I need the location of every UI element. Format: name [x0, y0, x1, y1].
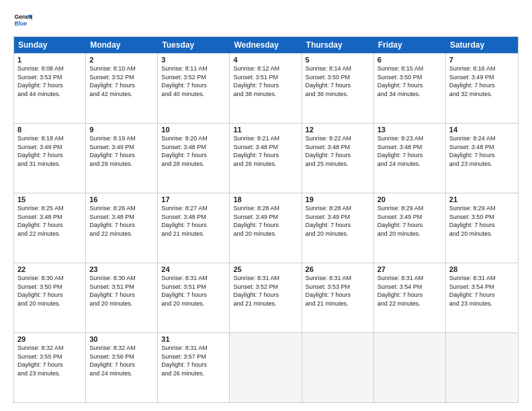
sunrise-line: Sunrise: 8:25 AM	[17, 204, 82, 213]
daylight-label: Daylight: 7 hours	[449, 291, 515, 300]
sunset-line: Sunset: 3:50 PM	[449, 213, 515, 222]
sunset-line: Sunset: 3:49 PM	[17, 143, 82, 152]
header-day-saturday: Saturday	[446, 37, 518, 53]
sunset-line: Sunset: 3:49 PM	[306, 213, 370, 222]
daylight-label: Daylight: 7 hours	[161, 361, 226, 369]
sunrise-line: Sunrise: 8:21 AM	[233, 134, 298, 143]
daylight-minutes: and 22 minutes.	[17, 230, 82, 238]
daylight-label: Daylight: 7 hours	[378, 151, 442, 160]
cal-cell	[230, 333, 302, 402]
cal-cell: 13 Sunrise: 8:23 AM Sunset: 3:48 PM Dayl…	[374, 124, 446, 193]
logo: General Blue	[13, 11, 35, 30]
cal-cell: 7 Sunrise: 8:16 AM Sunset: 3:49 PM Dayli…	[446, 54, 518, 123]
day-number: 30	[89, 335, 154, 343]
day-number: 17	[161, 195, 226, 203]
day-number: 7	[449, 56, 515, 64]
calendar: SundayMondayTuesdayWednesdayThursdayFrid…	[13, 36, 519, 403]
sunset-line: Sunset: 3:48 PM	[233, 143, 298, 152]
daylight-label: Daylight: 7 hours	[306, 291, 370, 300]
sunset-line: Sunset: 3:56 PM	[89, 353, 154, 361]
daylight-label: Daylight: 7 hours	[233, 221, 298, 230]
day-number: 31	[161, 335, 226, 343]
sunset-line: Sunset: 3:48 PM	[89, 213, 154, 222]
sunset-line: Sunset: 3:53 PM	[306, 283, 370, 291]
cal-cell: 28 Sunrise: 8:31 AM Sunset: 3:54 PM Dayl…	[446, 263, 518, 332]
daylight-label: Daylight: 7 hours	[306, 221, 370, 230]
sunset-line: Sunset: 3:49 PM	[449, 73, 515, 82]
cal-cell: 3 Sunrise: 8:11 AM Sunset: 3:52 PM Dayli…	[158, 54, 230, 123]
sunset-line: Sunset: 3:51 PM	[233, 73, 298, 82]
calendar-header: SundayMondayTuesdayWednesdayThursdayFrid…	[14, 37, 518, 53]
cal-cell	[374, 333, 446, 402]
cal-cell: 17 Sunrise: 8:27 AM Sunset: 3:48 PM Dayl…	[158, 193, 230, 263]
sunrise-line: Sunrise: 8:32 AM	[17, 344, 82, 353]
sunset-line: Sunset: 3:54 PM	[378, 283, 442, 291]
sunrise-line: Sunrise: 8:31 AM	[233, 274, 298, 283]
logo-icon: General Blue	[13, 11, 32, 30]
day-number: 14	[449, 126, 515, 134]
daylight-minutes: and 25 minutes.	[306, 160, 370, 169]
daylight-minutes: and 20 minutes.	[233, 230, 298, 238]
sunrise-line: Sunrise: 8:24 AM	[449, 134, 515, 143]
daylight-minutes: and 22 minutes.	[89, 230, 154, 238]
sunset-line: Sunset: 3:54 PM	[449, 283, 515, 291]
cal-cell: 19 Sunrise: 8:28 AM Sunset: 3:49 PM Dayl…	[302, 193, 374, 263]
daylight-minutes: and 20 minutes.	[449, 230, 515, 238]
header-day-wednesday: Wednesday	[230, 37, 302, 53]
day-number: 10	[161, 126, 226, 134]
header-day-thursday: Thursday	[302, 37, 374, 53]
day-number: 3	[161, 56, 226, 64]
daylight-minutes: and 20 minutes.	[161, 300, 226, 308]
daylight-minutes: and 42 minutes.	[89, 90, 154, 99]
day-number: 29	[17, 335, 82, 343]
sunrise-line: Sunrise: 8:26 AM	[89, 204, 154, 213]
daylight-label: Daylight: 7 hours	[17, 221, 82, 230]
day-number: 19	[306, 195, 370, 203]
daylight-label: Daylight: 7 hours	[306, 151, 370, 160]
cal-cell: 9 Sunrise: 8:19 AM Sunset: 3:49 PM Dayli…	[86, 124, 158, 193]
cal-cell: 18 Sunrise: 8:28 AM Sunset: 3:49 PM Dayl…	[230, 193, 302, 263]
cal-cell: 22 Sunrise: 8:30 AM Sunset: 3:50 PM Dayl…	[14, 263, 86, 332]
cal-cell: 16 Sunrise: 8:26 AM Sunset: 3:48 PM Dayl…	[86, 193, 158, 263]
cal-cell: 26 Sunrise: 8:31 AM Sunset: 3:53 PM Dayl…	[302, 263, 374, 332]
header-day-tuesday: Tuesday	[158, 37, 230, 53]
daylight-minutes: and 34 minutes.	[378, 90, 442, 99]
sunrise-line: Sunrise: 8:30 AM	[17, 274, 82, 283]
day-number: 2	[89, 56, 154, 64]
daylight-label: Daylight: 7 hours	[17, 291, 82, 300]
calendar-body: 1 Sunrise: 8:08 AM Sunset: 3:53 PM Dayli…	[14, 53, 518, 402]
day-number: 9	[89, 126, 154, 134]
sunset-line: Sunset: 3:48 PM	[449, 143, 515, 152]
daylight-label: Daylight: 7 hours	[378, 291, 442, 300]
cal-cell: 4 Sunrise: 8:12 AM Sunset: 3:51 PM Dayli…	[230, 54, 302, 123]
daylight-label: Daylight: 7 hours	[378, 221, 442, 230]
cal-cell: 31 Sunrise: 8:31 AM Sunset: 3:57 PM Dayl…	[158, 333, 230, 402]
cal-cell	[302, 333, 374, 402]
daylight-label: Daylight: 7 hours	[161, 81, 226, 90]
sunrise-line: Sunrise: 8:30 AM	[89, 274, 154, 283]
sunrise-line: Sunrise: 8:22 AM	[306, 134, 370, 143]
daylight-label: Daylight: 7 hours	[161, 151, 226, 160]
sunset-line: Sunset: 3:52 PM	[161, 73, 226, 82]
sunrise-line: Sunrise: 8:08 AM	[17, 64, 82, 73]
cal-cell: 12 Sunrise: 8:22 AM Sunset: 3:48 PM Dayl…	[302, 124, 374, 193]
daylight-minutes: and 20 minutes.	[378, 230, 442, 238]
cal-cell: 21 Sunrise: 8:29 AM Sunset: 3:50 PM Dayl…	[446, 193, 518, 263]
sunrise-line: Sunrise: 8:14 AM	[306, 64, 370, 73]
sunrise-line: Sunrise: 8:29 AM	[378, 204, 442, 213]
cal-cell: 27 Sunrise: 8:31 AM Sunset: 3:54 PM Dayl…	[374, 263, 446, 332]
daylight-minutes: and 20 minutes.	[306, 230, 370, 238]
day-number: 20	[378, 195, 442, 203]
day-number: 6	[378, 56, 442, 64]
sunset-line: Sunset: 3:49 PM	[89, 143, 154, 152]
day-number: 27	[378, 265, 442, 273]
page: General Blue SundayMondayTuesdayWednesda…	[0, 0, 532, 411]
cal-row-2: 15 Sunrise: 8:25 AM Sunset: 3:48 PM Dayl…	[14, 193, 518, 263]
daylight-minutes: and 23 minutes.	[17, 369, 82, 378]
sunrise-line: Sunrise: 8:10 AM	[89, 64, 154, 73]
header-day-friday: Friday	[374, 37, 446, 53]
daylight-label: Daylight: 7 hours	[17, 361, 82, 369]
sunset-line: Sunset: 3:53 PM	[17, 73, 82, 82]
daylight-minutes: and 26 minutes.	[161, 369, 226, 378]
cal-cell: 2 Sunrise: 8:10 AM Sunset: 3:52 PM Dayli…	[86, 54, 158, 123]
